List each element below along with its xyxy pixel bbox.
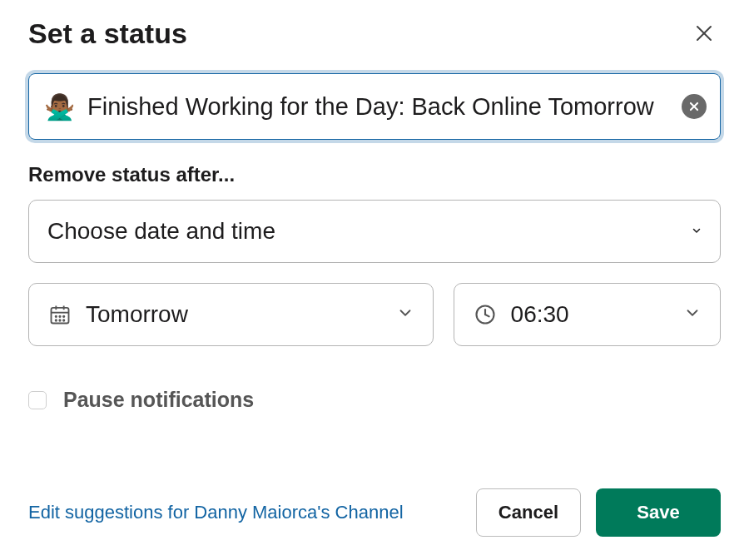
date-select[interactable]: Tomorrow bbox=[28, 283, 434, 346]
dialog-title: Set a status bbox=[28, 17, 187, 50]
svg-point-11 bbox=[56, 320, 57, 320]
remove-after-mode-value: Choose date and time bbox=[47, 218, 678, 245]
chevron-down-icon bbox=[692, 224, 702, 239]
save-button[interactable]: Save bbox=[596, 488, 721, 537]
status-text-input[interactable] bbox=[87, 93, 670, 121]
calendar-icon bbox=[47, 303, 72, 326]
status-input-container[interactable]: 🙅🏾‍♂️ bbox=[28, 73, 721, 140]
svg-line-16 bbox=[485, 315, 489, 316]
remove-after-mode-select[interactable]: Choose date and time bbox=[28, 200, 721, 263]
chevron-down-icon bbox=[396, 304, 414, 325]
chevron-down-icon bbox=[683, 304, 702, 325]
svg-point-9 bbox=[59, 316, 60, 317]
clear-icon bbox=[688, 101, 700, 112]
svg-point-13 bbox=[63, 320, 64, 320]
time-select-value: 06:30 bbox=[511, 301, 670, 328]
close-icon bbox=[694, 23, 714, 43]
status-emoji-picker[interactable]: 🙅🏾‍♂️ bbox=[42, 90, 76, 123]
clock-icon bbox=[473, 303, 498, 326]
svg-point-10 bbox=[63, 316, 64, 317]
pause-notifications-checkbox[interactable] bbox=[28, 391, 47, 409]
cancel-button[interactable]: Cancel bbox=[476, 488, 581, 537]
remove-after-label: Remove status after... bbox=[28, 163, 721, 186]
pause-notifications-label: Pause notifications bbox=[63, 388, 254, 412]
svg-point-12 bbox=[59, 320, 60, 320]
clear-status-button[interactable] bbox=[682, 94, 707, 119]
time-select[interactable]: 06:30 bbox=[454, 283, 721, 346]
close-button[interactable] bbox=[687, 17, 721, 50]
pause-notifications-row[interactable]: Pause notifications bbox=[28, 388, 721, 412]
edit-suggestions-link[interactable]: Edit suggestions for Danny Maiorca's Cha… bbox=[28, 502, 404, 523]
date-select-value: Tomorrow bbox=[86, 301, 383, 328]
svg-point-8 bbox=[56, 316, 57, 317]
